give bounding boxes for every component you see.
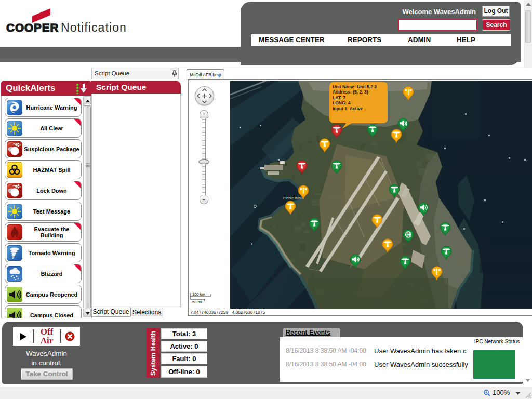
svg-text:50 mi: 50 mi xyxy=(192,300,202,304)
svg-text:100 km: 100 km xyxy=(192,292,205,297)
svg-text:COOPER: COOPER xyxy=(6,21,59,34)
svg-text:Notification: Notification xyxy=(61,21,127,34)
